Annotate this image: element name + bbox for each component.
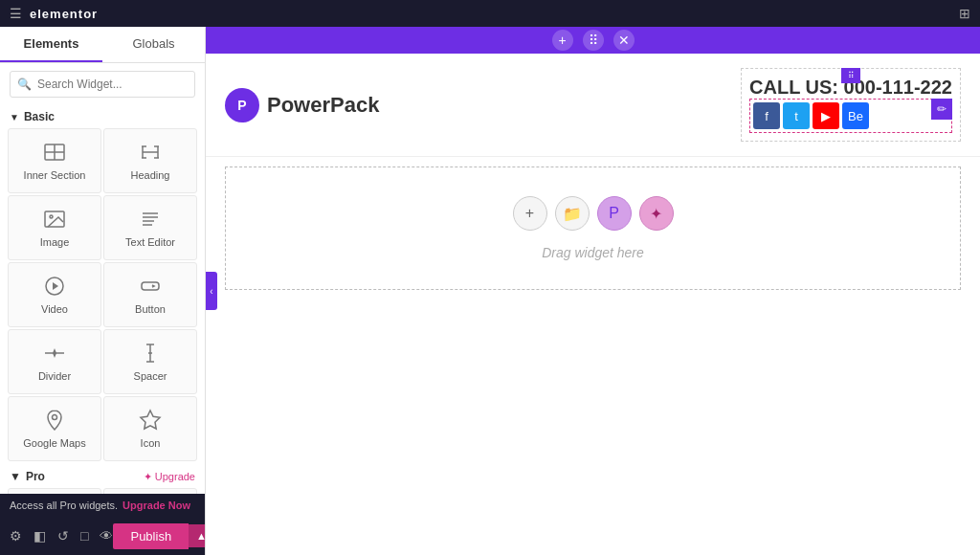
tab-elements[interactable]: Elements (0, 27, 102, 62)
empty-drop-section[interactable]: + 📁 P ✦ Drag widget here (225, 166, 961, 290)
social-behance-btn[interactable]: Be (842, 102, 869, 129)
social-icons-row: f t ▶ Be ✏ (749, 99, 952, 133)
section-basic-title: ▼ Basic (0, 105, 205, 128)
hamburger-icon[interactable]: ☰ (10, 6, 22, 21)
top-bar: ☰ elementor ⊞ (0, 0, 980, 27)
heading-icon (139, 141, 162, 164)
history-icon[interactable]: ↺ (57, 528, 69, 544)
widget-label-image: Image (40, 236, 70, 248)
upgrade-notice-text: Access all Pro widgets. (10, 500, 118, 511)
svg-point-25 (53, 415, 57, 420)
grid-icon[interactable]: ⊞ (959, 6, 970, 21)
canvas-top-toolbar: + ⠿ ✕ (206, 27, 980, 54)
widget-divider[interactable]: Divider (8, 329, 101, 394)
social-youtube-btn[interactable]: ▶ (813, 102, 839, 129)
upgrade-link[interactable]: ✦ Upgrade (144, 471, 195, 483)
social-facebook-btn[interactable]: f (753, 102, 780, 129)
site-logo: P PowerPack (225, 88, 379, 122)
widget-label-button: Button (135, 303, 166, 315)
upgrade-now-link[interactable]: Upgrade Now (122, 500, 190, 511)
widget-spacer[interactable]: Spacer (103, 329, 197, 394)
publish-button[interactable]: Publish (113, 523, 189, 549)
add-widget-btn[interactable]: + (513, 196, 547, 231)
social-twitter-btn[interactable]: t (783, 102, 810, 129)
widget-label-google-maps: Google Maps (23, 437, 85, 449)
widget-google-maps[interactable]: Google Maps (8, 396, 101, 461)
canvas-move-button[interactable]: ⠿ (583, 30, 604, 51)
canvas-area: + ⠿ ✕ P PowerPack ⠿ CALL US: 000-111-222… (206, 27, 980, 555)
icon-widget-icon (139, 409, 162, 432)
spacer-icon (139, 342, 162, 365)
widget-label-text-editor: Text Editor (125, 236, 175, 248)
publish-btn-wrap: Publish ▲ (113, 523, 206, 549)
pro-label: ▼ Pro (10, 470, 45, 483)
settings-icon[interactable]: ⚙ (10, 528, 22, 544)
search-box: 🔍 (10, 71, 195, 98)
upgrade-notice: Access all Pro widgets. Upgrade Now (0, 494, 205, 517)
inner-section-icon (43, 141, 66, 164)
canvas-add-button[interactable]: + (552, 30, 573, 51)
svg-marker-17 (53, 282, 58, 290)
widget-text-editor[interactable]: Text Editor (103, 195, 197, 260)
svg-rect-18 (142, 282, 159, 290)
search-icon: 🔍 (17, 78, 32, 91)
folder-btn[interactable]: 📁 (555, 196, 590, 231)
layers-icon[interactable]: ◧ (33, 528, 46, 544)
pro-section: ▼ Pro ✦ Upgrade (0, 465, 205, 488)
main-layout: Elements Globals 🔍 ▼ Basic Inner Section (0, 27, 980, 555)
widget-label-heading: Heading (131, 169, 170, 181)
widget-label-icon: Icon (141, 437, 161, 449)
widget-label-video: Video (41, 303, 68, 315)
tab-globals[interactable]: Globals (102, 27, 205, 62)
sidebar-tabs: Elements Globals (0, 27, 205, 63)
widget-button[interactable]: Button (103, 262, 197, 327)
svg-point-11 (50, 215, 53, 218)
drag-widget-text: Drag widget here (542, 245, 644, 260)
video-icon (43, 275, 66, 298)
svg-marker-20 (53, 348, 56, 358)
drag-widget-icons: + 📁 P ✦ (513, 196, 674, 231)
caret-pro: ▼ (10, 470, 21, 483)
widget-image[interactable]: Image (8, 195, 101, 260)
section-drag-handle[interactable]: ⠿ (841, 68, 860, 83)
button-icon (139, 275, 162, 298)
share-btn[interactable]: ✦ (639, 196, 674, 231)
logo-circle: P (225, 88, 259, 122)
widget-video[interactable]: Video (8, 262, 101, 327)
publish-arrow-button[interactable]: ▲ (189, 524, 206, 547)
logo-text: PowerPack (267, 93, 379, 118)
app-title: elementor (30, 7, 98, 21)
caret-icon: ▼ (10, 112, 19, 122)
widget-inner-section[interactable]: Inner Section (8, 128, 101, 193)
search-input[interactable] (10, 71, 195, 98)
widget-label-spacer: Spacer (134, 370, 167, 382)
powerpack-btn[interactable]: P (597, 196, 632, 231)
site-header: P PowerPack ⠿ CALL US: 000-111-222 f t ▶… (206, 54, 980, 157)
image-icon (43, 208, 66, 231)
divider-icon (43, 342, 66, 365)
widgets-grid: Inner Section Heading (0, 128, 205, 461)
text-editor-icon (139, 208, 162, 231)
responsive-icon[interactable]: □ (80, 528, 88, 544)
widget-label-divider: Divider (38, 370, 71, 382)
google-maps-icon (43, 409, 66, 432)
canvas-content: P PowerPack ⠿ CALL US: 000-111-222 f t ▶… (206, 54, 980, 555)
widget-heading[interactable]: Heading (103, 128, 197, 193)
widget-icon[interactable]: Icon (103, 396, 197, 461)
sidebar: Elements Globals 🔍 ▼ Basic Inner Section (0, 27, 206, 555)
social-edit-button[interactable]: ✏ (931, 99, 952, 120)
svg-marker-26 (141, 411, 160, 429)
preview-icon[interactable]: 👁 (100, 528, 113, 544)
collapse-sidebar-handle[interactable]: ‹ (206, 272, 217, 310)
canvas-close-button[interactable]: ✕ (613, 30, 635, 51)
widget-label-inner-section: Inner Section (24, 169, 86, 181)
bottom-icons: ⚙ ◧ ↺ □ 👁 (10, 528, 113, 544)
bottom-bar: ⚙ ◧ ↺ □ 👁 Publish ▲ (0, 517, 205, 555)
